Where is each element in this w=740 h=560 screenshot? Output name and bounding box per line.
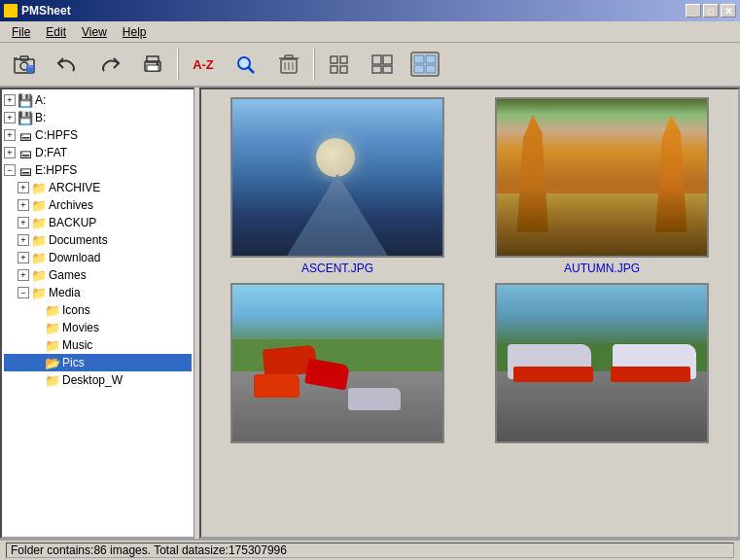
tree-item-download[interactable]: + 📁 Download [4, 249, 192, 266]
tree-label-games: Games [49, 268, 87, 282]
folder-icon-backup: 📁 [31, 216, 47, 229]
toolbar-undo-button[interactable] [47, 46, 88, 83]
tree-label-music: Music [62, 338, 92, 352]
svg-rect-23 [383, 55, 392, 64]
toolbar-search-button[interactable] [226, 46, 266, 83]
menu-help[interactable]: Help [115, 23, 155, 41]
undo-icon [55, 53, 79, 75]
svg-rect-27 [414, 55, 424, 63]
image-thumb-autumn[interactable] [495, 97, 709, 258]
image-cell-race2[interactable] [474, 283, 730, 447]
tree-item-c[interactable]: + 🖴 C:HPFS [4, 126, 192, 144]
grid3-icon [409, 51, 440, 78]
sort-az-label: A-Z [193, 57, 214, 72]
tree-panel[interactable]: + 💾 A: + 💾 B: + 🖴 C:HPFS + 🖴 D:FAT − 🖴 E… [0, 88, 194, 539]
expand-movies [31, 322, 43, 333]
photo-race1 [232, 285, 442, 441]
status-text: Folder contains:86 images. Total datasiz… [11, 543, 287, 557]
folder-icon-desktop: 📁 [45, 373, 60, 387]
race-car-1d [348, 388, 401, 410]
redo-icon [98, 53, 122, 75]
expand-download[interactable]: + [18, 252, 29, 263]
moon-shape [316, 138, 355, 177]
tree-label-pics: Pics [62, 356, 85, 369]
image-cell-ascent[interactable]: ASCENT.JPG [209, 97, 466, 275]
toolbar-print-button[interactable] [132, 46, 173, 83]
folder-icon-music: 📁 [45, 338, 60, 352]
svg-rect-2 [20, 56, 28, 60]
expand-e[interactable]: − [4, 164, 16, 176]
expand-archives[interactable]: + [18, 199, 29, 211]
tree-item-b[interactable]: + 💾 B: [4, 109, 192, 126]
tree-item-e[interactable]: − 🖴 E:HPFS [4, 161, 192, 179]
expand-archive[interactable]: + [18, 182, 29, 193]
svg-rect-21 [340, 66, 347, 73]
camera-icon [13, 53, 36, 75]
toolbar-redo-button[interactable] [89, 46, 130, 83]
svg-rect-29 [414, 65, 424, 73]
tree-item-desktop[interactable]: 📁 Desktop_W [4, 371, 192, 389]
tree-label-download: Download [49, 251, 100, 264]
toolbar-camera-button[interactable] [4, 46, 45, 83]
tree-label-documents: Documents [49, 233, 108, 247]
expand-d[interactable]: + [4, 147, 16, 158]
expand-games[interactable]: + [18, 269, 29, 281]
folder-icon-download: 📁 [31, 251, 47, 264]
menu-view[interactable]: View [74, 23, 115, 41]
expand-b[interactable]: + [4, 112, 16, 123]
tree-item-icons[interactable]: 📁 Icons [4, 301, 192, 319]
image-panel[interactable]: ASCENT.JPG AUTUMN.JPG [199, 88, 740, 539]
svg-rect-3 [14, 57, 18, 60]
tree-item-media[interactable]: − 📁 Media [4, 284, 192, 301]
tree-item-backup[interactable]: + 📁 BACKUP [4, 214, 192, 231]
image-cell-autumn[interactable]: AUTUMN.JPG [474, 97, 730, 275]
folder-icon-archives: 📁 [31, 198, 47, 212]
tree-item-a[interactable]: + 💾 A: [4, 91, 192, 109]
drive-icon-e: 🖴 [18, 163, 33, 177]
toolbar-grid2-button[interactable] [362, 46, 403, 83]
search-icon [234, 53, 258, 75]
expand-icons [31, 304, 43, 316]
toolbar-grid1-button[interactable] [319, 46, 360, 83]
image-thumb-race1[interactable] [230, 283, 444, 443]
close-button[interactable]: ✕ [721, 4, 736, 18]
main-area: + 💾 A: + 💾 B: + 🖴 C:HPFS + 🖴 D:FAT − 🖴 E… [0, 88, 740, 539]
svg-rect-7 [147, 65, 159, 71]
expand-documents[interactable]: + [18, 234, 29, 246]
app-icon [4, 4, 18, 18]
tree-label-archives: Archives [49, 198, 93, 212]
expand-media[interactable]: − [18, 287, 29, 298]
status-bar: Folder contains:86 images. Total datasiz… [0, 539, 740, 560]
image-thumb-ascent[interactable] [230, 97, 444, 258]
tree-item-archive[interactable]: + 📁 ARCHIVE [4, 179, 192, 196]
tree-item-music[interactable]: 📁 Music [4, 336, 192, 354]
tree-item-archives[interactable]: + 📁 Archives [4, 196, 192, 214]
image-thumb-race2[interactable] [495, 283, 709, 443]
tree-item-documents[interactable]: + 📁 Documents [4, 231, 192, 249]
tree-item-pics[interactable]: 📂 Pics [4, 354, 192, 371]
toolbar-sort-button[interactable]: A-Z [183, 46, 224, 83]
race-car-2b-stripe [611, 367, 690, 382]
toolbar-grid3-button[interactable] [405, 46, 445, 83]
maximize-button[interactable]: □ [703, 4, 719, 18]
expand-c[interactable]: + [4, 129, 16, 141]
tree-item-movies[interactable]: 📁 Movies [4, 319, 192, 336]
tree-item-games[interactable]: + 📁 Games [4, 266, 192, 284]
mountain-shape [254, 169, 422, 256]
menu-file[interactable]: File [4, 23, 38, 41]
race-car-1c [254, 374, 300, 398]
image-cell-race1[interactable] [209, 283, 466, 447]
menu-edit[interactable]: Edit [38, 23, 74, 41]
expand-a[interactable]: + [4, 94, 16, 106]
folder-icon-movies: 📁 [45, 321, 60, 334]
svg-rect-20 [331, 66, 337, 73]
tree-label-a: A: [35, 93, 46, 107]
minimize-button[interactable]: _ [686, 4, 701, 18]
toolbar-delete-button[interactable] [268, 46, 309, 83]
svg-rect-5 [27, 65, 33, 68]
tree-item-d[interactable]: + 🖴 D:FAT [4, 144, 192, 161]
expand-backup[interactable]: + [18, 217, 29, 228]
svg-rect-14 [285, 55, 293, 58]
toolbar-separator-2 [313, 48, 315, 81]
title-bar-buttons: _ □ ✕ [686, 4, 736, 18]
